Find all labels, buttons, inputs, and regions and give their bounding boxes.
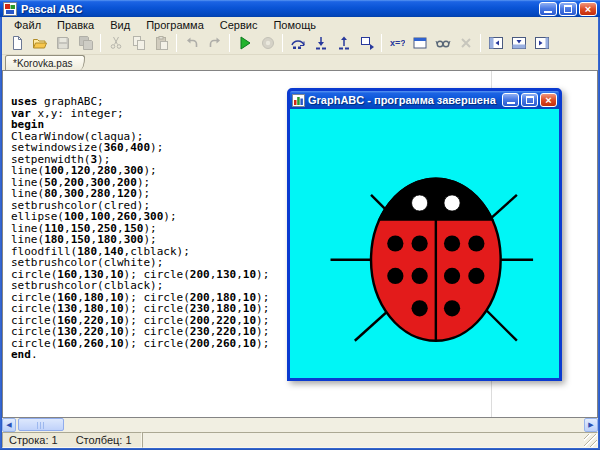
stop-icon [260, 35, 276, 51]
cut-icon [108, 35, 124, 51]
menu-item-1[interactable]: Файл [6, 18, 49, 32]
redo-button [203, 33, 226, 54]
toolbar-separator [480, 34, 481, 52]
status-bar: Строка: 1 Столбец: 1 [2, 432, 598, 448]
evaluate-button[interactable]: x=? [385, 33, 408, 54]
status-position-panel: Строка: 1 Столбец: 1 [2, 432, 142, 448]
toolbar-separator [100, 34, 101, 52]
status-message-panel [142, 432, 598, 448]
panel-right-button[interactable] [530, 33, 553, 54]
scroll-right-button[interactable]: ▶ [584, 418, 598, 432]
tab-bar: *Korovka.pas [2, 55, 598, 70]
copy-button [127, 33, 150, 54]
menu-item-6[interactable]: Помощь [265, 18, 324, 32]
toolbar-separator [282, 34, 283, 52]
open-folder-icon [32, 35, 48, 51]
graphabc-window[interactable]: GraphABC - программа завершена × [287, 88, 562, 381]
minimize-button[interactable] [539, 2, 557, 16]
menu-item-3[interactable]: Вид [102, 18, 138, 32]
close-x-button [454, 33, 477, 54]
graphabc-canvas [290, 109, 559, 378]
watch-icon [435, 35, 451, 51]
step-into-button[interactable] [309, 33, 332, 54]
horizontal-scrollbar: ◀ ▶ [2, 418, 598, 432]
scrollbar-track[interactable] [16, 418, 584, 432]
new-file-icon [9, 35, 25, 51]
panel-bottom-button[interactable] [507, 33, 530, 54]
menu-item-2[interactable]: Правка [49, 18, 102, 32]
panel-left-icon [488, 35, 504, 51]
maximize-icon [564, 5, 572, 13]
window-title: Pascal ABC [21, 3, 537, 15]
redo-icon [207, 35, 223, 51]
minimize-icon [507, 101, 515, 104]
evaluate-icon: x=? [389, 35, 405, 51]
toolbar-separator [176, 34, 177, 52]
panel-bottom-icon [511, 35, 527, 51]
menu-item-5[interactable]: Сервис [212, 18, 266, 32]
paste-icon [154, 35, 170, 51]
close-icon: × [545, 95, 551, 105]
new-file-button[interactable] [5, 33, 28, 54]
maximize-button[interactable] [559, 2, 577, 16]
graphabc-app-icon [292, 94, 305, 107]
scrollbar-thumb[interactable] [18, 418, 64, 431]
graphabc-minimize-button[interactable] [502, 93, 519, 107]
graphabc-client-area [290, 109, 559, 378]
output-window-icon [412, 35, 428, 51]
save-all-icon [78, 35, 94, 51]
step-over-button[interactable] [286, 33, 309, 54]
save-all-button [74, 33, 97, 54]
menu-item-4[interactable]: Программа [138, 18, 212, 32]
watch-button[interactable] [431, 33, 454, 54]
undo-button [180, 33, 203, 54]
graphabc-window-title: GraphABC - программа завершена [308, 94, 500, 106]
close-icon: × [585, 4, 591, 14]
right-arrow-icon: ▶ [588, 421, 593, 429]
save-icon [55, 35, 71, 51]
cut-button [104, 33, 127, 54]
panel-right-icon [534, 35, 550, 51]
status-column: Столбец: 1 [76, 434, 132, 446]
svg-text:x=?: x=? [390, 38, 405, 48]
run-button[interactable] [233, 33, 256, 54]
pascal-abc-app-icon [3, 2, 17, 16]
maximize-icon [526, 96, 534, 104]
toolbar-separator [229, 34, 230, 52]
toolbar: x=? [2, 32, 598, 55]
step-into-icon [313, 35, 329, 51]
panel-left-button[interactable] [484, 33, 507, 54]
paste-button [150, 33, 173, 54]
step-over-icon [290, 35, 306, 51]
close-button[interactable]: × [579, 2, 597, 16]
open-folder-button[interactable] [28, 33, 51, 54]
step-out-icon [336, 35, 352, 51]
tab-label: *Korovka.pas [13, 58, 72, 69]
graphabc-close-button[interactable]: × [540, 93, 557, 107]
tab-korovka[interactable]: *Korovka.pas [5, 55, 85, 70]
menu-bar: ФайлПравкаВидПрограммаСервисПомощь [2, 17, 598, 32]
output-window-button[interactable] [408, 33, 431, 54]
run-to-cursor-button[interactable] [355, 33, 378, 54]
window-border-left [0, 17, 2, 448]
graphabc-maximize-button[interactable] [521, 93, 538, 107]
stop-button [256, 33, 279, 54]
toolbar-separator [381, 34, 382, 52]
undo-icon [184, 35, 200, 51]
graphabc-title-bar[interactable]: GraphABC - программа завершена × [290, 91, 559, 109]
copy-icon [131, 35, 147, 51]
step-out-button[interactable] [332, 33, 355, 54]
title-bar[interactable]: Pascal ABC × [0, 0, 600, 17]
status-line: Строка: 1 [9, 434, 58, 446]
scroll-left-button[interactable]: ◀ [2, 418, 16, 432]
run-icon [237, 35, 253, 51]
run-to-cursor-icon [359, 35, 375, 51]
resize-grip[interactable] [584, 434, 597, 447]
minimize-icon [544, 10, 552, 13]
close-x-icon [458, 35, 474, 51]
left-arrow-icon: ◀ [6, 421, 11, 429]
save-button [51, 33, 74, 54]
